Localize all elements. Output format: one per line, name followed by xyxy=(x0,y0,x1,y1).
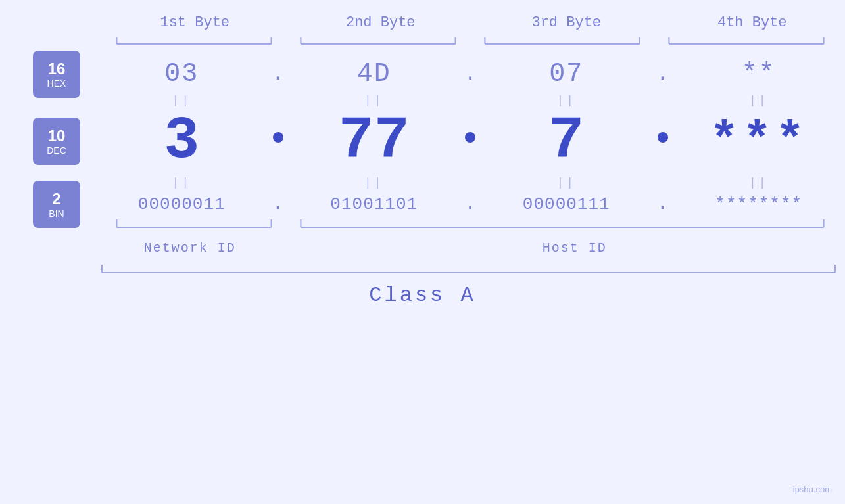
class-label: Class A xyxy=(0,283,845,308)
byte-header-4: 4th Byte xyxy=(660,14,846,31)
dbar-2: || xyxy=(295,94,454,107)
watermark: ipshu.com xyxy=(793,484,832,494)
bin-sep-1: . xyxy=(262,194,295,214)
dec-badge-number: 10 xyxy=(48,127,66,145)
class-bracket xyxy=(0,263,845,278)
bin-value-4: ******** xyxy=(679,195,839,214)
byte-header-3: 3rd Byte xyxy=(473,14,660,31)
dbar-4: || xyxy=(679,94,839,107)
bin-badge: 2 BIN xyxy=(33,181,80,228)
hex-row: 16 HEX 03 . 4D . 07 . ** xyxy=(0,59,845,89)
double-bar-row-2: || || || || xyxy=(0,176,845,189)
bin-value-1: 00000011 xyxy=(102,195,262,214)
main-container: 1st Byte 2nd Byte 3rd Byte 4th Byte xyxy=(0,0,845,504)
dec-badge: 10 DEC xyxy=(33,118,80,165)
dbar2-4: || xyxy=(679,176,839,189)
dbar-3: || xyxy=(487,94,646,107)
bin-value-2: 01001101 xyxy=(295,195,454,214)
hex-badge-label: HEX xyxy=(47,78,66,89)
hex-sep-2: . xyxy=(454,62,487,86)
bin-row: 2 BIN 00000011 . 01001101 . 00000111 . *… xyxy=(0,194,845,214)
hex-sep-3: . xyxy=(646,62,679,86)
top-brackets-svg xyxy=(102,31,838,49)
dec-value-2: 77 xyxy=(295,112,454,171)
dec-value-3: 7 xyxy=(487,112,646,171)
dec-value-1: 3 xyxy=(102,112,262,171)
bin-badge-number: 2 xyxy=(52,190,60,208)
labels-row: Network ID Host ID xyxy=(0,241,845,256)
dec-sep-1 xyxy=(262,132,295,150)
bin-sep-3: . xyxy=(646,194,679,214)
bottom-brackets xyxy=(0,218,845,238)
byte-header-2: 2nd Byte xyxy=(288,14,474,31)
bin-badge-label: BIN xyxy=(49,208,64,219)
hex-value-4: ** xyxy=(679,59,839,89)
dec-sep-2 xyxy=(454,132,487,150)
byte-header-1: 1st Byte xyxy=(102,14,288,31)
dec-row: 10 DEC 3 77 7 *** xyxy=(0,112,845,171)
dec-value-4: *** xyxy=(679,117,839,166)
dec-badge-label: DEC xyxy=(47,145,66,156)
host-id-label: Host ID xyxy=(311,241,839,256)
dec-sep-3 xyxy=(646,132,679,150)
dbar2-3: || xyxy=(487,176,646,189)
hex-value-2: 4D xyxy=(295,59,454,89)
dbar2-1: || xyxy=(102,176,262,189)
network-id-label: Network ID xyxy=(102,241,278,256)
hex-badge: 16 HEX xyxy=(33,51,80,98)
hex-badge-number: 16 xyxy=(48,60,66,78)
double-bar-row-1: || || || || xyxy=(0,94,845,107)
bin-sep-2: . xyxy=(454,194,487,214)
dbar2-2: || xyxy=(295,176,454,189)
hex-sep-1: . xyxy=(262,62,295,86)
dbar-1: || xyxy=(102,94,262,107)
bin-value-3: 00000111 xyxy=(487,195,646,214)
hex-value-3: 07 xyxy=(487,59,646,89)
hex-value-1: 03 xyxy=(102,59,262,89)
